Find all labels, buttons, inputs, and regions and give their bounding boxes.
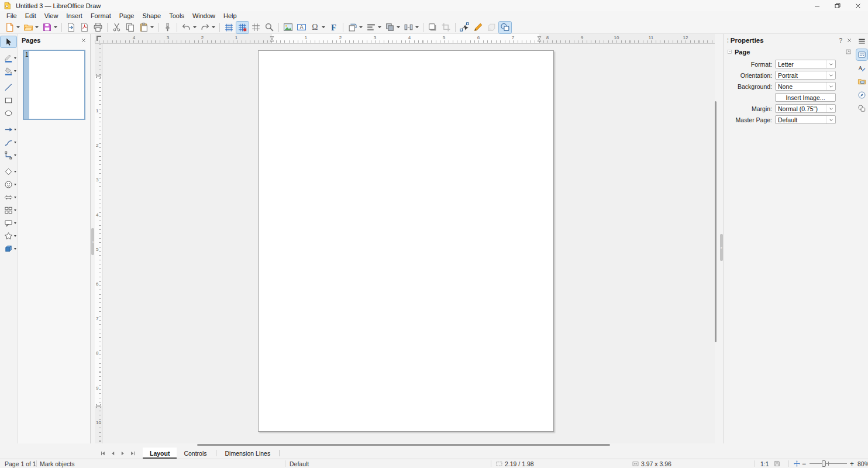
dropdown-arrow-icon[interactable] bbox=[415, 26, 419, 28]
flowchart-button[interactable] bbox=[1, 205, 16, 216]
horizontal-scrollbar[interactable] bbox=[197, 444, 610, 446]
sidebar-tab-shapes[interactable] bbox=[856, 103, 867, 114]
rectangle-button[interactable] bbox=[1, 95, 16, 106]
line-color-button[interactable] bbox=[1, 53, 16, 64]
hruler-margin-marker[interactable] bbox=[270, 36, 274, 42]
distribute-selection-button[interactable] bbox=[402, 22, 420, 33]
sidebar-grip[interactable]: ⁞ bbox=[727, 37, 728, 44]
chevron-down-icon[interactable] bbox=[826, 105, 835, 112]
dropdown-arrow-icon[interactable] bbox=[359, 26, 363, 28]
vertical-scrollbar[interactable] bbox=[715, 101, 717, 342]
menu-page[interactable]: Page bbox=[115, 11, 139, 21]
horizontal-ruler[interactable]: 4321123456789101112 bbox=[95, 34, 715, 44]
open-button[interactable] bbox=[22, 22, 40, 33]
basic-shapes-button[interactable] bbox=[1, 166, 16, 177]
master-page-select[interactable]: Default bbox=[775, 115, 836, 124]
dropdown-arrow-icon[interactable] bbox=[14, 197, 16, 198]
zoom-slider-thumb[interactable] bbox=[822, 460, 826, 467]
lines-and-arrows-button[interactable] bbox=[1, 124, 16, 135]
menu-edit[interactable]: Edit bbox=[21, 11, 40, 21]
print-button[interactable] bbox=[92, 22, 104, 33]
menu-insert[interactable]: Insert bbox=[62, 11, 87, 21]
tab-controls[interactable]: Controls bbox=[177, 448, 213, 459]
menu-file[interactable]: File bbox=[2, 11, 21, 21]
dropdown-arrow-icon[interactable] bbox=[397, 26, 400, 28]
callout-shapes-button[interactable] bbox=[1, 218, 16, 229]
dropdown-arrow-icon[interactable] bbox=[14, 57, 16, 59]
fit-page-button[interactable] bbox=[793, 459, 801, 468]
stars-and-banners-button[interactable] bbox=[1, 230, 16, 242]
sidebar-close-icon[interactable] bbox=[847, 38, 852, 43]
dropdown-arrow-icon[interactable] bbox=[16, 26, 20, 28]
pages-panel-close-icon[interactable] bbox=[81, 38, 86, 43]
scale-status[interactable]: 1:1 bbox=[760, 459, 769, 468]
transformations-button[interactable] bbox=[346, 22, 364, 33]
dropdown-arrow-icon[interactable] bbox=[14, 222, 16, 224]
more-options-icon[interactable] bbox=[845, 49, 852, 55]
cut-button[interactable] bbox=[111, 22, 123, 33]
dropdown-arrow-icon[interactable] bbox=[150, 26, 154, 28]
vruler-margin-marker[interactable] bbox=[96, 404, 101, 408]
sidebar-menu-icon[interactable] bbox=[856, 36, 867, 47]
dropdown-arrow-icon[interactable] bbox=[14, 184, 16, 185]
insert-special-character-button[interactable]: Ω bbox=[309, 22, 326, 33]
curves-and-polygons-button[interactable] bbox=[1, 137, 16, 148]
arrange-button[interactable] bbox=[384, 22, 401, 33]
select-button[interactable] bbox=[1, 36, 16, 47]
dropdown-arrow-icon[interactable] bbox=[322, 26, 325, 28]
hruler-margin-marker[interactable] bbox=[538, 36, 542, 42]
display-grid-button[interactable] bbox=[223, 22, 235, 33]
block-arrows-button[interactable] bbox=[1, 192, 16, 203]
dropdown-arrow-icon[interactable] bbox=[14, 129, 16, 130]
restore-button[interactable] bbox=[827, 0, 848, 11]
save-button[interactable] bbox=[41, 22, 58, 33]
undo-button[interactable] bbox=[180, 22, 198, 33]
dropdown-arrow-icon[interactable] bbox=[14, 171, 16, 173]
zoom-level-status[interactable]: 80% bbox=[857, 459, 868, 468]
left-panel-splitter[interactable]: ◂ bbox=[91, 34, 95, 443]
dropdown-arrow-icon[interactable] bbox=[14, 154, 16, 156]
chevron-down-icon[interactable] bbox=[826, 82, 835, 90]
vertical-ruler[interactable]: 12345678910 bbox=[95, 44, 102, 443]
clone-formatting-button[interactable] bbox=[161, 22, 174, 33]
tab-dimension-lines[interactable]: Dimension Lines bbox=[218, 448, 278, 459]
zoom-out-button[interactable]: − bbox=[802, 459, 806, 468]
menu-help[interactable]: Help bbox=[219, 11, 241, 21]
page-thumbnail[interactable]: 1 bbox=[23, 50, 85, 120]
glue-points-button[interactable] bbox=[472, 22, 484, 33]
first-layer-button[interactable] bbox=[98, 449, 107, 457]
sidebar-tab-properties[interactable] bbox=[856, 49, 867, 60]
export-button[interactable] bbox=[65, 22, 77, 33]
3d-objects-button[interactable] bbox=[1, 243, 16, 254]
connectors-button[interactable] bbox=[1, 150, 16, 161]
shadow-button[interactable] bbox=[426, 22, 439, 33]
last-layer-button[interactable] bbox=[128, 449, 137, 457]
symbol-shapes-button[interactable] bbox=[1, 179, 16, 190]
paste-button[interactable] bbox=[137, 22, 155, 33]
page-section-collapse-icon[interactable] bbox=[727, 49, 732, 54]
dropdown-arrow-icon[interactable] bbox=[14, 70, 16, 72]
sidebar-tab-navigator[interactable] bbox=[856, 90, 867, 101]
document-page[interactable] bbox=[258, 50, 554, 432]
copy-button[interactable] bbox=[124, 22, 136, 33]
fill-color-button[interactable] bbox=[1, 66, 16, 77]
insert-line-button[interactable] bbox=[1, 82, 16, 93]
dropdown-arrow-icon[interactable] bbox=[212, 26, 215, 28]
show-draw-functions-button[interactable] bbox=[499, 22, 511, 33]
menu-view[interactable]: View bbox=[40, 11, 63, 21]
minimize-button[interactable] bbox=[807, 0, 827, 11]
dropdown-arrow-icon[interactable] bbox=[35, 26, 39, 28]
insert-text-box-button[interactable]: A bbox=[295, 22, 308, 33]
chevron-down-icon[interactable] bbox=[826, 71, 835, 79]
dropdown-arrow-icon[interactable] bbox=[378, 26, 381, 28]
ellipse-button[interactable] bbox=[1, 108, 16, 119]
dropdown-arrow-icon[interactable] bbox=[54, 26, 57, 28]
format-select[interactable]: Letter bbox=[775, 60, 836, 68]
dropdown-arrow-icon[interactable] bbox=[14, 209, 16, 211]
background-select[interactable]: None bbox=[775, 82, 836, 91]
next-layer-button[interactable] bbox=[118, 449, 127, 457]
insert-fontwork-button[interactable]: F bbox=[328, 22, 340, 33]
vruler-margin-marker[interactable] bbox=[96, 74, 101, 78]
margin-select[interactable]: Normal (0.75") bbox=[775, 104, 836, 113]
close-button[interactable] bbox=[848, 0, 868, 11]
